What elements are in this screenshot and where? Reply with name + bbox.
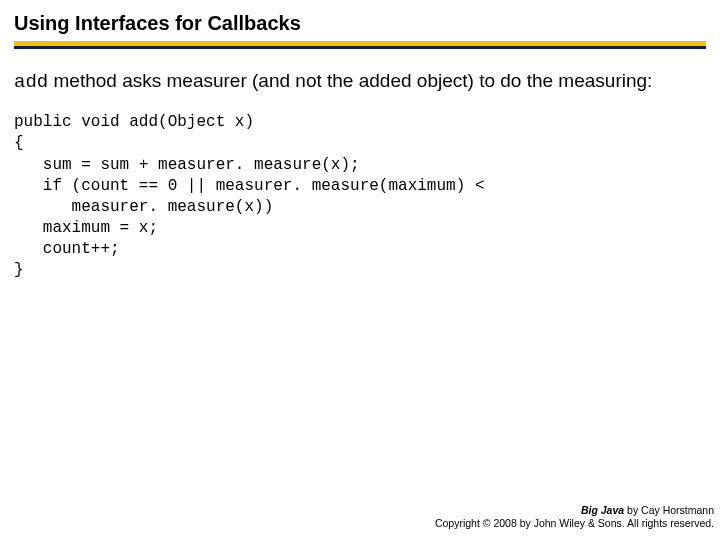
body-paragraph: add method asks measurer (and not the ad… [0,55,720,94]
rule-navy [14,46,706,49]
slide-title: Using Interfaces for Callbacks [14,12,706,35]
footer-line-1: Big Java by Cay Horstmann [435,504,714,517]
code-block: public void add(Object x) { sum = sum + … [0,94,720,281]
footer-book: Big Java [581,504,624,516]
footer-author: by Cay Horstmann [624,504,714,516]
inline-code: add [14,71,48,93]
footer-copyright: Copyright © 2008 by John Wiley & Sons. A… [435,517,714,530]
footer: Big Java by Cay Horstmann Copyright © 20… [435,504,714,530]
title-underline [14,41,706,49]
slide-header: Using Interfaces for Callbacks [0,0,720,55]
body-rest: method asks measurer (and not the added … [48,70,652,91]
